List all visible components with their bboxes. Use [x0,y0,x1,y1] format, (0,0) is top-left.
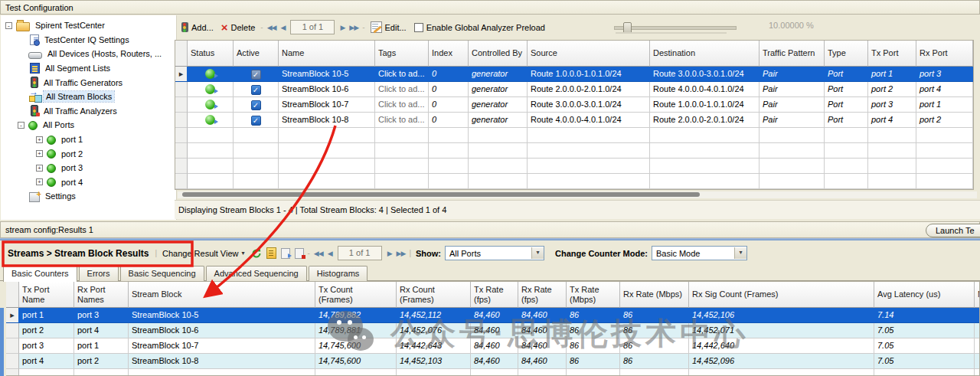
cell-txcount[interactable]: 14,745,600 [315,338,397,354]
cell-sel[interactable] [175,113,188,128]
col-header-rx-rate-mbps[interactable]: Rx Rate (Mbps) [620,282,689,308]
cell-active[interactable] [234,159,279,174]
cell-tags[interactable] [375,143,429,159]
cell-rxsig[interactable]: 14,442,640 [689,338,874,354]
cell-txcount[interactable]: 14,789,881 [315,323,397,338]
tree-item-spirent-testcenter[interactable]: -Spirent TestCenter [1,18,176,33]
cell-pattern[interactable]: Pair [760,82,825,97]
export-results-icon[interactable] [281,248,290,259]
tree-item-all-traffic-analyzers[interactable]: +All Traffic Analyzers [1,104,176,119]
cell-txratembps[interactable]: 86 [567,338,620,354]
empty-row[interactable] [175,159,973,174]
cell-rxcount[interactable]: 14,452,076 [397,323,471,338]
cell-type[interactable]: Port [825,97,868,113]
cell-active[interactable]: ✓ [234,67,279,82]
prev-page-button[interactable]: ◀ [279,22,288,33]
tab-histograms[interactable]: Histograms [309,266,368,281]
config-row-4[interactable]: ✓StreamBlock 10-8Click to ad...0generato… [175,113,973,128]
cell-destination[interactable]: Route 3.0.0.0-3.0.1.0/24 [650,67,760,82]
cell-tags[interactable]: Click to ad... [375,113,429,128]
cell-txportname[interactable] [19,369,74,376]
cell-rxsig[interactable] [689,369,874,376]
col-header-rx-rate-fps[interactable]: Rx Rate (fps) [518,282,567,308]
cell-txport[interactable] [868,128,916,143]
cell-index[interactable] [429,128,469,143]
cell-txcount[interactable]: 14,745,600 [315,354,397,369]
col-header-tx-port-name[interactable]: Tx Port Name [19,282,74,308]
active-checkbox[interactable]: ✓ [251,116,261,126]
cell-name[interactable]: StreamBlock 10-8 [279,113,375,128]
cell-controlledby[interactable]: generator [469,97,528,113]
cell-sel[interactable] [175,174,188,189]
add-button[interactable]: Add... [178,21,217,34]
cell-pattern[interactable]: Pair [760,97,825,113]
cell-active[interactable] [234,174,279,189]
cell-sel[interactable] [6,323,19,338]
cell-active[interactable]: ✓ [234,113,279,128]
cell-name[interactable]: StreamBlock 10-5 [279,67,375,82]
col-header-tx-count-frames[interactable]: Tx Count (Frames) [315,282,397,308]
cell-tags[interactable] [375,128,429,143]
col-header-controlled-by[interactable]: Controlled By [469,41,528,67]
col-header-name[interactable]: Name [279,41,375,67]
cell-rxratefps[interactable]: 84,460 [518,354,567,369]
record-results-icon[interactable] [295,248,304,259]
cell-pattern[interactable]: Pair [760,113,825,128]
cell-source[interactable]: Route 1.0.0.0-1.0.1.0/24 [528,67,650,82]
cell-sel[interactable]: ▸ [175,67,188,82]
cell-rxport[interactable]: port 3 [916,67,973,82]
cell-source[interactable] [528,174,650,189]
tree-expander-icon[interactable]: - [18,122,24,129]
cell-destination[interactable] [650,128,760,143]
delete-button[interactable]: × Delete [217,21,260,34]
cell-type[interactable] [825,128,868,143]
cell-sel[interactable] [6,369,19,376]
cell-source[interactable] [528,143,650,159]
config-row-1[interactable]: ▸✓StreamBlock 10-5Click to ad...0generat… [175,67,973,82]
cell-active[interactable]: ✓ [234,97,279,113]
cell-txport[interactable]: port 4 [868,113,916,128]
cell-index[interactable]: 0 [429,97,469,113]
cell-streamblock[interactable]: StreamBlock 10-8 [129,354,315,369]
create-report-icon[interactable] [266,247,276,259]
cell-source[interactable] [528,159,650,174]
next-page-button[interactable]: ▶ [338,22,347,33]
cell-rxport[interactable] [916,143,973,159]
cell-sel[interactable] [175,143,188,159]
cell-streamblock[interactable]: StreamBlock 10-6 [129,323,315,338]
cell-sel[interactable]: ▸ [6,308,19,323]
cell-txratembps[interactable] [567,369,620,376]
active-checkbox[interactable]: ✓ [251,85,261,95]
cell-name[interactable] [279,143,375,159]
cell-rxratembps[interactable] [620,369,689,376]
cell-rxsig[interactable]: 14,452,071 [689,323,874,338]
cell-name[interactable]: StreamBlock 10-7 [279,97,375,113]
tree-item-all-devices-hosts-routers[interactable]: +All Devices (Hosts, Routers, ... [1,47,176,61]
tree-item-settings[interactable]: +Settings [1,189,176,204]
empty-row[interactable] [175,143,973,159]
cell-rxratefps[interactable]: 84,460 [518,308,567,323]
results-last-page-button[interactable]: ▶▶ [394,248,408,259]
cell-sel[interactable] [6,338,19,354]
cell-sel[interactable] [175,97,188,113]
last-page-button[interactable]: ▶▶ [347,22,361,33]
refresh-results-icon[interactable] [251,248,262,259]
cell-type[interactable]: Port [825,82,868,97]
cell-rxport[interactable] [916,128,973,143]
cell-tags[interactable]: Click to ad... [375,97,429,113]
launch-test-button[interactable]: Launch Te [926,224,980,237]
cell-rxportnames[interactable] [74,369,129,376]
tree-expander-icon[interactable]: + [36,178,43,185]
cell-controlledby[interactable] [469,143,528,159]
result-row-1[interactable]: ▸port 1port 3StreamBlock 10-514,789,8821… [6,308,979,323]
result-row-3[interactable]: port 3port 1StreamBlock 10-714,745,60014… [6,338,979,354]
tab-basic-sequencing[interactable]: Basic Sequencing [120,266,204,281]
cell-txratefps[interactable]: 84,460 [471,323,518,338]
cell-txratembps[interactable]: 86 [567,323,620,338]
results-next-page-button[interactable]: ▶ [385,248,394,259]
cell-sel[interactable] [6,354,19,369]
cell-rxport[interactable]: port 1 [916,97,973,113]
hscrollbar-thumb[interactable] [182,192,700,197]
cell-status[interactable] [188,97,234,113]
cell-source[interactable]: Route 3.0.0.0-3.0.1.0/24 [528,97,650,113]
